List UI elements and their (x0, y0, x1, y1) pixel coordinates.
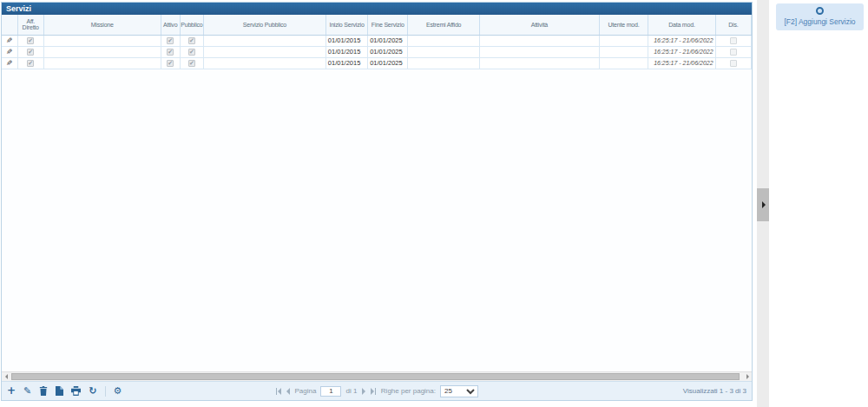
pagination-controls: Pagina di 1 Righe per pagina: 25 (275, 382, 478, 400)
col-header-dis[interactable]: Dis. (715, 15, 751, 35)
inizio-servizio-cell: 01/01/2015 (326, 46, 367, 57)
servizi-table: Aff. Diretto Missione Attivo Pubblico Se… (2, 15, 752, 69)
chevron-right-icon (762, 201, 766, 208)
first-page-icon[interactable] (275, 387, 282, 396)
edit-row-icon[interactable]: ✎ (6, 48, 13, 56)
col-header-fine-servizio[interactable]: Fine Servizio (368, 15, 408, 35)
aff-diretto-checkbox: ✔ (27, 49, 34, 56)
col-header-inizio-servizio[interactable]: Inizio Servizio (326, 15, 367, 35)
dis-checkbox (730, 49, 737, 56)
missione-cell (43, 46, 161, 57)
print-icon[interactable] (71, 386, 81, 396)
utente-mod-cell (599, 46, 648, 57)
missione-cell (43, 57, 161, 69)
data-mod-cell: 16:25:17 - 21/06/2022 (648, 57, 715, 69)
add-record-icon[interactable]: + (7, 386, 16, 396)
edit-record-icon[interactable]: ✎ (23, 386, 31, 396)
pubblico-checkbox: ✔ (188, 60, 195, 67)
grid-empty-area (2, 69, 752, 372)
scrollbar-track[interactable] (10, 372, 743, 381)
plus-circle-icon (816, 7, 824, 15)
aff-diretto-checkbox: ✔ (27, 60, 34, 67)
servizio-pubblico-cell (203, 57, 326, 69)
col-header-attivo[interactable]: Attivo (161, 15, 180, 35)
rows-per-page-label: Righe per pagina: (381, 387, 436, 395)
page-count-label: di 1 (345, 387, 357, 395)
page-label: Pagina (295, 387, 317, 395)
table-row[interactable]: ✎ ✔ ✔ ✔ 01/01/2015 01/01/2025 16:25:17 -… (2, 57, 752, 69)
attivo-checkbox: ✔ (167, 49, 174, 56)
fine-servizio-cell: 01/01/2025 (368, 35, 408, 46)
prev-page-icon[interactable] (286, 387, 291, 396)
attivo-checkbox: ✔ (167, 37, 174, 44)
estremi-affido-cell (408, 57, 480, 69)
side-panel: [F2] Aggiungi Servizio (769, 0, 868, 407)
col-header-missione[interactable]: Missione (43, 15, 161, 35)
missione-cell (43, 35, 161, 46)
fine-servizio-cell: 01/01/2025 (368, 57, 408, 69)
estremi-affido-cell (408, 46, 480, 57)
data-mod-cell: 16:25:17 - 21/06/2022 (648, 46, 715, 57)
table-row[interactable]: ✎ ✔ ✔ ✔ 01/01/2015 01/01/2025 16:25:17 -… (2, 46, 752, 57)
col-header-servizio-pubblico[interactable]: Servizio Pubblico (203, 15, 326, 35)
delete-record-icon[interactable] (39, 386, 48, 396)
servizio-pubblico-cell (203, 46, 326, 57)
attivita-cell (479, 57, 599, 69)
inizio-servizio-cell: 01/01/2015 (326, 57, 367, 69)
page-number-input[interactable] (320, 386, 341, 397)
col-header-aff-diretto[interactable]: Aff. Diretto (17, 15, 43, 35)
col-header-data-mod[interactable]: Data mod. (648, 15, 715, 35)
next-page-icon[interactable] (361, 387, 365, 396)
attivita-cell (479, 35, 599, 46)
col-header-pubblico[interactable]: Pubblico (180, 15, 203, 35)
utente-mod-cell (599, 35, 648, 46)
add-service-button[interactable]: [F2] Aggiungi Servizio (776, 3, 864, 30)
col-header-edit (2, 15, 17, 35)
attivo-checkbox: ✔ (167, 60, 174, 67)
aff-diretto-checkbox: ✔ (27, 37, 34, 44)
horizontal-scrollbar[interactable] (2, 371, 752, 381)
pubblico-checkbox: ✔ (188, 37, 195, 44)
scroll-left-icon[interactable] (2, 372, 10, 381)
header-row: Aff. Diretto Missione Attivo Pubblico Se… (2, 15, 752, 35)
edit-row-icon[interactable]: ✎ (6, 36, 13, 45)
grid-pager: + ✎ ↻ ⚙ Pagina di 1 (2, 381, 752, 400)
fine-servizio-cell: 01/01/2025 (368, 46, 408, 57)
col-header-estremi-affido[interactable]: Estremi Affido (408, 15, 480, 35)
pubblico-checkbox: ✔ (188, 49, 195, 56)
utente-mod-cell (599, 57, 648, 69)
col-header-utente-mod[interactable]: Utente mod. (599, 15, 648, 35)
splitter-handle[interactable] (757, 188, 769, 221)
estremi-affido-cell (408, 35, 480, 46)
export-file-icon[interactable] (56, 386, 63, 396)
gear-icon[interactable]: ⚙ (114, 386, 122, 396)
refresh-icon[interactable]: ↻ (89, 386, 96, 396)
attivita-cell (479, 46, 599, 57)
servizi-grid-panel: Servizi Aff. Diretto Missione Attivo Pub… (1, 2, 753, 401)
col-header-attivita[interactable]: Attività (479, 15, 599, 35)
page: Servizi Aff. Diretto Missione Attivo Pub… (0, 0, 868, 407)
dis-checkbox (730, 60, 737, 67)
records-status: Visualizzati 1 - 3 di 3 (683, 387, 746, 395)
table-row[interactable]: ✎ ✔ ✔ ✔ 01/01/2015 01/01/2025 16:25:17 -… (2, 35, 752, 46)
scroll-right-icon[interactable] (743, 372, 752, 381)
scrollbar-thumb[interactable] (11, 373, 740, 380)
inizio-servizio-cell: 01/01/2015 (326, 35, 367, 46)
grid-toolbar: + ✎ ↻ ⚙ (7, 382, 122, 400)
dis-checkbox (730, 37, 737, 44)
panel-splitter (757, 0, 769, 407)
last-page-icon[interactable] (370, 387, 377, 396)
toolbar-separator (105, 386, 106, 397)
rows-per-page-select[interactable]: 25 (440, 385, 478, 397)
servizio-pubblico-cell (203, 35, 326, 46)
add-service-button-label: [F2] Aggiungi Servizio (778, 17, 862, 26)
grid-title: Servizi (2, 3, 752, 15)
edit-row-icon[interactable]: ✎ (6, 59, 13, 68)
data-mod-cell: 16:25:17 - 21/06/2022 (648, 35, 715, 46)
